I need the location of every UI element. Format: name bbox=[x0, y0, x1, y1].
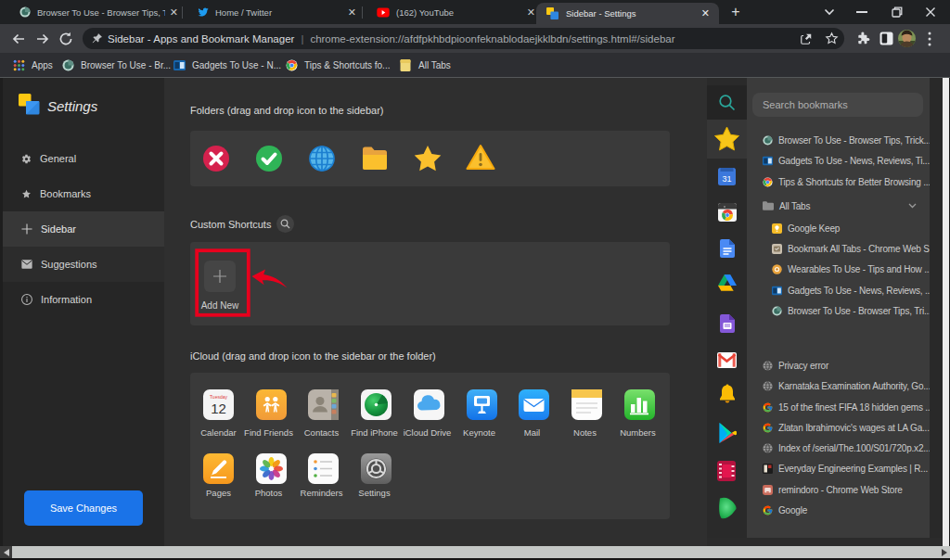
svg-text:31: 31 bbox=[722, 174, 731, 184]
svg-text:Tuesday: Tuesday bbox=[210, 394, 227, 400]
svg-text:12: 12 bbox=[211, 401, 226, 416]
